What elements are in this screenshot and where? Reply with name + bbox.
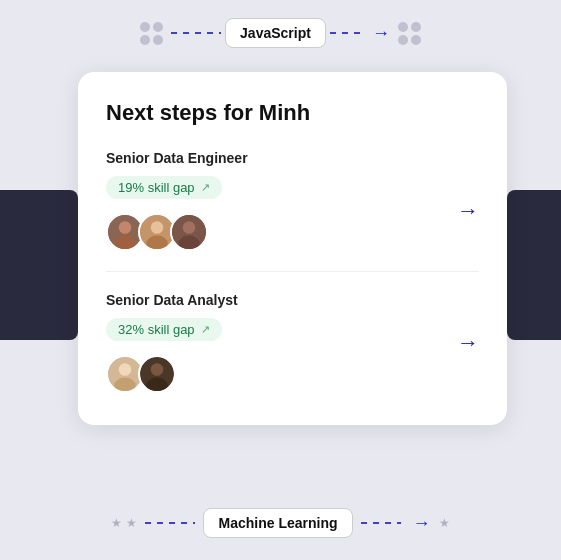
external-link-icon-1: ↗ bbox=[201, 181, 210, 194]
right-node-cluster bbox=[398, 22, 421, 45]
bottom-dashed-left bbox=[145, 522, 195, 524]
svg-point-10 bbox=[119, 363, 132, 376]
skill-gap-badge-1[interactable]: 19% skill gap ↗ bbox=[106, 176, 222, 199]
dashed-connector-left bbox=[171, 32, 221, 34]
node-dot bbox=[398, 35, 408, 45]
dashed-connector-right bbox=[330, 32, 360, 34]
star-icon: ★ bbox=[111, 516, 122, 530]
node-dot bbox=[411, 22, 421, 32]
bottom-arrow-icon: → bbox=[413, 513, 431, 534]
svg-point-4 bbox=[151, 221, 164, 234]
ml-pill: Machine Learning bbox=[203, 508, 352, 538]
skill-gap-label-2: 32% skill gap bbox=[118, 322, 195, 337]
bottom-skill-row: ★ ★ Machine Learning → ★ bbox=[0, 508, 561, 538]
svg-point-1 bbox=[119, 221, 132, 234]
node-dot bbox=[411, 35, 421, 45]
job-section-2: Senior Data Analyst 32% skill gap ↗ bbox=[106, 292, 479, 393]
right-side-panel bbox=[507, 190, 561, 340]
job-arrow-button-1[interactable]: → bbox=[457, 198, 479, 224]
job-section-1: Senior Data Engineer 19% skill gap ↗ bbox=[106, 150, 479, 272]
node-dot bbox=[153, 22, 163, 32]
bottom-dashed-right bbox=[361, 522, 401, 524]
node-dot bbox=[398, 22, 408, 32]
left-star-cluster: ★ ★ bbox=[111, 516, 137, 530]
svg-point-7 bbox=[183, 221, 196, 234]
right-star-cluster: ★ bbox=[439, 516, 450, 530]
left-node-cluster bbox=[140, 22, 163, 45]
avatar-group-1 bbox=[106, 213, 479, 251]
job-title-1: Senior Data Engineer bbox=[106, 150, 479, 166]
top-skill-row: JavaScript → bbox=[0, 18, 561, 48]
avatar bbox=[138, 355, 176, 393]
star-icon: ★ bbox=[126, 516, 137, 530]
star-icon: ★ bbox=[439, 516, 450, 530]
next-steps-card: Next steps for Minh Senior Data Engineer… bbox=[78, 72, 507, 425]
node-dot bbox=[153, 35, 163, 45]
javascript-pill: JavaScript bbox=[225, 18, 326, 48]
skill-gap-label-1: 19% skill gap bbox=[118, 180, 195, 195]
avatar-group-2 bbox=[106, 355, 479, 393]
job-arrow-button-2[interactable]: → bbox=[457, 330, 479, 356]
avatar bbox=[170, 213, 208, 251]
left-side-panel bbox=[0, 190, 78, 340]
external-link-icon-2: ↗ bbox=[201, 323, 210, 336]
job-title-2: Senior Data Analyst bbox=[106, 292, 479, 308]
node-dot bbox=[140, 35, 150, 45]
svg-point-13 bbox=[151, 363, 164, 376]
top-arrow-icon: → bbox=[372, 23, 390, 44]
card-title: Next steps for Minh bbox=[106, 100, 479, 126]
skill-gap-badge-2[interactable]: 32% skill gap ↗ bbox=[106, 318, 222, 341]
node-dot bbox=[140, 22, 150, 32]
